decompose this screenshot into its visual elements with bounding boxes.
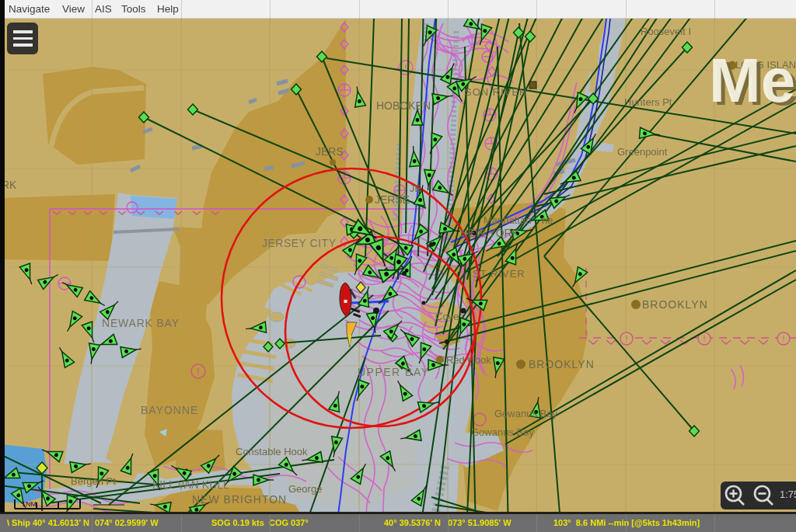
- svg-text:1NM: 1NM: [22, 500, 37, 508]
- svg-text:Met: Met: [709, 46, 796, 115]
- svg-text:Hunters Pt: Hunters Pt: [624, 96, 672, 108]
- svg-text:Gowanus Bay: Gowanus Bay: [494, 408, 557, 419]
- svg-text:!: !: [782, 334, 784, 343]
- svg-text:BROOKLYN: BROOKLYN: [529, 358, 595, 370]
- svg-text:JERS: JERS: [316, 145, 344, 158]
- svg-text:UPPER BAY: UPPER BAY: [358, 366, 430, 378]
- svg-text:BROOKLYN: BROOKLYN: [642, 298, 708, 311]
- svg-text:NEWARK BAY: NEWARK BAY: [102, 317, 180, 329]
- svg-text:!: !: [703, 334, 705, 343]
- svg-text:NEW YORK: NEW YORK: [460, 227, 520, 239]
- svg-text:Manhattan: Manhattan: [484, 214, 531, 226]
- svg-text:Bergen Pt: Bergen Pt: [71, 475, 116, 487]
- svg-text:Roosevelt I: Roosevelt I: [641, 26, 691, 37]
- svg-text:!: !: [625, 334, 627, 343]
- svg-text:George: George: [288, 483, 322, 495]
- svg-text:Constable Hook: Constable Hook: [236, 446, 308, 457]
- svg-text:Red Hook: Red Hook: [446, 354, 491, 366]
- svg-text:JERSEY CITY: JERSEY CITY: [262, 237, 337, 249]
- svg-text:JERSE: JERSE: [375, 193, 410, 206]
- svg-text:KILL VAN KULL: KILL VAN KULL: [152, 478, 229, 491]
- svg-text:Cove: Cove: [435, 311, 459, 322]
- svg-text:!: !: [197, 367, 199, 377]
- svg-text:he: he: [542, 214, 553, 226]
- svg-text:JE: JE: [410, 183, 422, 194]
- svg-text:SON RIVER: SON RIVER: [465, 86, 528, 98]
- svg-text:BAYONNE: BAYONNE: [141, 404, 198, 416]
- svg-text:Gowanus Bay: Gowanus Bay: [471, 426, 534, 438]
- svg-text:HOBOKEN: HOBOKEN: [376, 99, 431, 112]
- svg-text:NEW BRIGHTON: NEW BRIGHTON: [192, 493, 287, 506]
- svg-text:ST RIVER: ST RIVER: [473, 268, 525, 280]
- svg-text:Greenpoint: Greenpoint: [617, 146, 668, 158]
